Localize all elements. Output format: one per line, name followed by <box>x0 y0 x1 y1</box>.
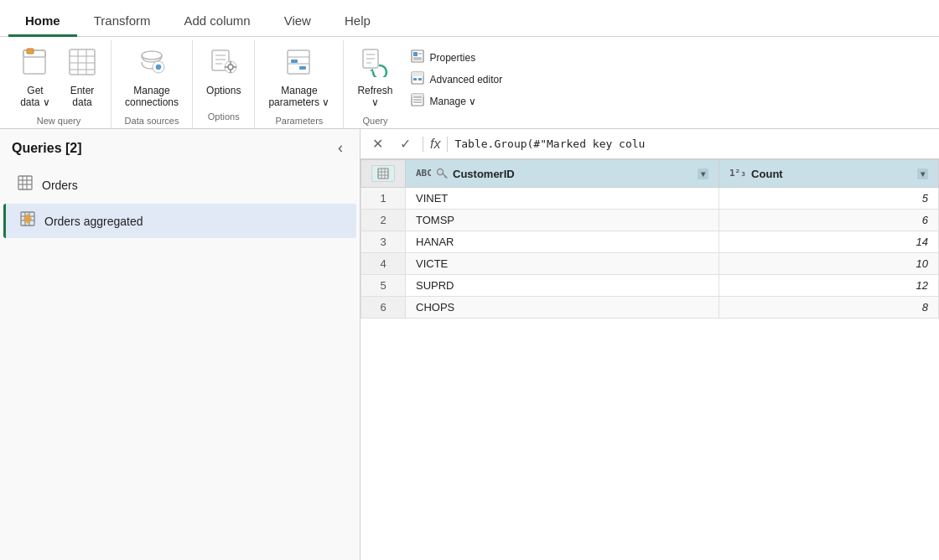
get-data-label: Getdata ∨ <box>20 85 50 109</box>
tab-view[interactable]: View <box>267 7 328 37</box>
ribbon-group-new-query: Getdata ∨ Enterdata New query <box>7 40 112 128</box>
manage-parameters-label: Manageparameters ∨ <box>268 85 329 109</box>
svg-rect-3 <box>70 49 95 75</box>
svg-text:ABC: ABC <box>416 168 431 179</box>
svg-rect-40 <box>418 78 422 80</box>
svg-rect-22 <box>288 50 309 74</box>
table-header-count[interactable]: 1²₃ Count ▾ <box>719 160 939 188</box>
svg-marker-31 <box>370 69 373 72</box>
svg-rect-39 <box>413 78 417 80</box>
manage-parameters-button[interactable]: Manageparameters ∨ <box>262 44 336 112</box>
tab-add-column[interactable]: Add column <box>167 7 267 37</box>
table-header-customerid[interactable]: ABC CustomerI <box>406 160 719 188</box>
svg-rect-2 <box>27 49 34 54</box>
advanced-editor-label: Advanced editor <box>429 74 502 86</box>
customerid-dropdown-button[interactable]: ▾ <box>698 169 708 179</box>
table-cell-customerid: VICTE <box>406 253 719 275</box>
svg-rect-58 <box>378 169 388 179</box>
sidebar-header: Queries [2] ‹ <box>0 129 360 167</box>
advanced-editor-button[interactable]: Advanced editor <box>406 69 507 91</box>
enter-data-button[interactable]: Enterdata <box>60 44 104 112</box>
orders-aggregated-label: Orders aggregated <box>44 215 143 228</box>
table-cell-index: 1 <box>361 188 406 210</box>
formula-confirm-button[interactable]: ✓ <box>395 134 416 153</box>
orders-aggregated-icon <box>19 210 36 231</box>
manage-button[interactable]: Manage ∨ <box>406 91 507 112</box>
table-row: 6CHOPS8 <box>361 297 939 319</box>
table-cell-count: 14 <box>719 231 939 253</box>
svg-text:1²₃: 1²₃ <box>729 168 746 179</box>
sidebar: Queries [2] ‹ Orders <box>0 129 361 560</box>
table-row: 3HANAR14 <box>361 231 939 253</box>
table-cell-customerid: TOMSP <box>406 210 719 231</box>
options-icon <box>209 47 239 81</box>
table-cell-count: 5 <box>719 188 939 210</box>
count-label: Count <box>751 168 783 180</box>
sidebar-collapse-button[interactable]: ‹ <box>333 137 348 158</box>
properties-icon <box>411 49 424 66</box>
table-body: 1VINET52TOMSP63HANAR144VICTE105SUPRD126C… <box>361 188 939 319</box>
table-cell-index: 3 <box>361 231 406 253</box>
table-select-all[interactable] <box>371 165 395 182</box>
refresh-button[interactable]: Refresh∨ <box>350 44 399 112</box>
refresh-label: Refresh∨ <box>357 85 392 109</box>
count-dropdown-button[interactable]: ▾ <box>917 169 928 179</box>
customerid-type-icon: ABC <box>416 167 431 181</box>
table-row: 5SUPRD12 <box>361 275 939 297</box>
customerid-label: CustomerID <box>453 168 515 180</box>
sidebar-item-orders[interactable]: Orders <box>3 168 356 202</box>
tab-bar: Home Transform Add column View Help <box>0 0 939 37</box>
svg-rect-26 <box>299 66 306 70</box>
get-data-icon <box>20 47 50 81</box>
manage-connections-button[interactable]: Manageconnections <box>118 44 185 112</box>
table-cell-customerid: VINET <box>406 188 719 210</box>
options-label: Options <box>206 85 241 96</box>
formula-text[interactable]: Table.Group(#"Marked key colu <box>454 137 932 150</box>
table-cell-count: 8 <box>719 297 939 319</box>
ribbon-group-options: Options Options <box>193 40 255 128</box>
svg-rect-42 <box>412 94 423 97</box>
svg-rect-38 <box>412 72 423 76</box>
sidebar-title: Queries [2] <box>12 141 82 156</box>
options-button[interactable]: Options <box>200 44 247 100</box>
ribbon-group-parameters: Manageparameters ∨ Parameters <box>255 40 344 128</box>
data-table-container: ABC CustomerI <box>361 159 939 560</box>
tab-transform[interactable]: Transform <box>77 7 168 37</box>
tab-home[interactable]: Home <box>8 7 77 37</box>
enter-data-icon <box>67 47 97 81</box>
get-data-button[interactable]: Getdata ∨ <box>13 44 57 112</box>
svg-rect-33 <box>413 52 418 56</box>
manage-connections-icon <box>137 47 167 81</box>
table-cell-index: 4 <box>361 253 406 275</box>
customerid-key-icon <box>436 167 448 181</box>
main-content: ✕ ✓ fx Table.Group(#"Marked key colu <box>361 129 939 560</box>
data-table: ABC CustomerI <box>361 159 939 319</box>
manage-icon <box>411 93 424 110</box>
sidebar-item-orders-aggregated[interactable]: Orders aggregated <box>3 204 356 238</box>
formula-cancel-button[interactable]: ✕ <box>367 134 388 153</box>
table-cell-customerid: CHOPS <box>406 297 719 319</box>
table-row: 2TOMSP6 <box>361 210 939 231</box>
body-area: Queries [2] ‹ Orders <box>0 129 939 560</box>
formula-fx-label: fx <box>423 137 448 152</box>
manage-label: Manage ∨ <box>429 96 476 107</box>
tab-help[interactable]: Help <box>328 7 387 37</box>
enter-data-label: Enterdata <box>70 85 95 109</box>
properties-button[interactable]: Properties <box>406 47 507 69</box>
table-cell-index: 2 <box>361 210 406 231</box>
svg-rect-46 <box>18 176 32 189</box>
query-group-label: Query <box>362 116 387 129</box>
table-cell-index: 5 <box>361 275 406 297</box>
table-cell-customerid: SUPRD <box>406 275 719 297</box>
ribbon: Getdata ∨ Enterdata New query <box>0 37 939 129</box>
orders-label: Orders <box>42 179 78 192</box>
table-cell-count: 10 <box>719 253 939 275</box>
new-query-group-label: New query <box>37 116 81 129</box>
svg-rect-32 <box>412 50 423 62</box>
advanced-editor-icon <box>411 71 424 88</box>
options-group-label: Options <box>208 111 240 125</box>
count-type-icon: 1²₃ <box>729 167 746 181</box>
properties-label: Properties <box>429 52 475 64</box>
orders-icon <box>17 174 34 195</box>
formula-bar: ✕ ✓ fx Table.Group(#"Marked key colu <box>361 129 939 159</box>
